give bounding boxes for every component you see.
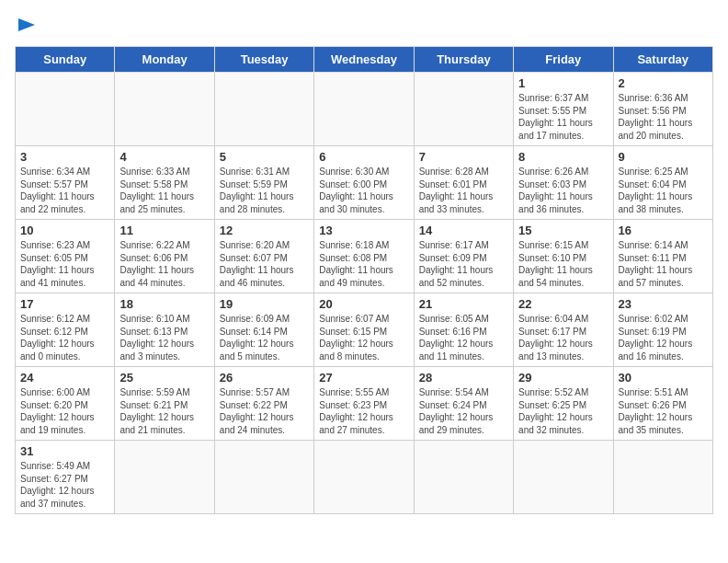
day-number: 7 [419,150,508,164]
calendar-cell: 25Sunrise: 5:59 AM Sunset: 6:21 PM Dayli… [115,367,214,441]
calendar-cell: 30Sunrise: 5:51 AM Sunset: 6:26 PM Dayli… [613,367,712,441]
svg-marker-0 [18,18,35,31]
calendar-table: SundayMondayTuesdayWednesdayThursdayFrid… [15,46,713,514]
day-number: 13 [319,224,408,237]
day-info: Sunrise: 6:02 AM Sunset: 6:19 PM Dayligh… [619,313,708,362]
day-info: Sunrise: 5:59 AM Sunset: 6:21 PM Dayligh… [119,386,209,436]
day-number: 3 [20,150,109,164]
calendar-cell: 16Sunrise: 6:14 AM Sunset: 6:11 PM Dayli… [613,220,712,293]
calendar-cell: 14Sunrise: 6:17 AM Sunset: 6:09 PM Dayli… [414,220,513,293]
calendar-week-2: 10Sunrise: 6:23 AM Sunset: 6:05 PM Dayli… [16,220,713,293]
day-info: Sunrise: 5:51 AM Sunset: 6:26 PM Dayligh… [619,386,708,436]
day-info: Sunrise: 6:37 AM Sunset: 5:55 PM Dayligh… [518,92,608,142]
day-info: Sunrise: 6:09 AM Sunset: 6:14 PM Dayligh… [220,313,309,362]
day-info: Sunrise: 5:49 AM Sunset: 6:27 PM Dayligh… [20,460,109,510]
calendar-cell [314,73,414,146]
day-info: Sunrise: 5:57 AM Sunset: 6:22 PM Dayligh… [220,386,309,436]
calendar-cell: 27Sunrise: 5:55 AM Sunset: 6:23 PM Dayli… [314,367,414,441]
calendar-cell: 18Sunrise: 6:10 AM Sunset: 6:13 PM Dayli… [115,293,214,367]
day-info: Sunrise: 6:18 AM Sunset: 6:08 PM Dayligh… [319,239,408,289]
calendar-cell: 5Sunrise: 6:31 AM Sunset: 5:59 PM Daylig… [214,146,313,220]
weekday-header-monday: Monday [115,47,214,73]
calendar-cell [414,441,513,514]
day-number: 2 [619,76,708,90]
logo-icon [17,15,37,35]
calendar-cell [214,441,313,514]
calendar-cell: 4Sunrise: 6:33 AM Sunset: 5:58 PM Daylig… [115,146,214,220]
calendar-week-1: 3Sunrise: 6:34 AM Sunset: 5:57 PM Daylig… [16,146,713,220]
calendar-cell: 8Sunrise: 6:26 AM Sunset: 6:03 PM Daylig… [514,146,613,220]
day-info: Sunrise: 6:14 AM Sunset: 6:11 PM Dayligh… [619,239,708,289]
calendar-cell: 21Sunrise: 6:05 AM Sunset: 6:16 PM Dayli… [414,293,513,367]
day-number: 20 [319,297,408,311]
day-info: Sunrise: 6:22 AM Sunset: 6:06 PM Dayligh… [119,239,209,289]
calendar-cell: 28Sunrise: 5:54 AM Sunset: 6:24 PM Dayli… [414,367,513,441]
weekday-header-friday: Friday [514,47,613,73]
calendar-cell: 6Sunrise: 6:30 AM Sunset: 6:00 PM Daylig… [314,146,414,220]
calendar-cell: 3Sunrise: 6:34 AM Sunset: 5:57 PM Daylig… [16,146,115,220]
calendar-cell [514,441,613,514]
day-info: Sunrise: 6:25 AM Sunset: 6:04 PM Dayligh… [619,166,708,215]
day-info: Sunrise: 6:36 AM Sunset: 5:56 PM Dayligh… [619,92,708,142]
calendar-cell: 23Sunrise: 6:02 AM Sunset: 6:19 PM Dayli… [613,293,712,367]
day-number: 14 [419,224,508,237]
day-number: 30 [619,371,708,385]
calendar-cell: 2Sunrise: 6:36 AM Sunset: 5:56 PM Daylig… [613,73,712,146]
calendar-cell: 11Sunrise: 6:22 AM Sunset: 6:06 PM Dayli… [115,220,214,293]
day-number: 11 [119,224,209,237]
day-number: 21 [419,297,508,311]
day-number: 24 [20,371,109,385]
day-number: 25 [119,371,209,385]
day-info: Sunrise: 6:12 AM Sunset: 6:12 PM Dayligh… [20,313,109,362]
day-number: 16 [619,224,708,237]
calendar-cell: 29Sunrise: 5:52 AM Sunset: 6:25 PM Dayli… [514,367,613,441]
calendar-week-0: 1Sunrise: 6:37 AM Sunset: 5:55 PM Daylig… [16,73,713,146]
day-info: Sunrise: 5:54 AM Sunset: 6:24 PM Dayligh… [419,386,508,436]
day-number: 12 [220,224,309,237]
calendar-cell [115,441,214,514]
day-number: 28 [419,371,508,385]
day-number: 27 [319,371,408,385]
calendar-cell: 19Sunrise: 6:09 AM Sunset: 6:14 PM Dayli… [214,293,313,367]
day-number: 6 [319,150,408,164]
day-number: 26 [220,371,309,385]
day-number: 5 [220,150,309,164]
day-number: 23 [619,297,708,311]
day-number: 9 [619,150,708,164]
day-number: 4 [119,150,209,164]
day-info: Sunrise: 6:10 AM Sunset: 6:13 PM Dayligh… [119,313,209,362]
day-info: Sunrise: 5:55 AM Sunset: 6:23 PM Dayligh… [319,386,408,436]
day-number: 18 [119,297,209,311]
day-number: 8 [518,150,608,164]
calendar-cell: 13Sunrise: 6:18 AM Sunset: 6:08 PM Dayli… [314,220,414,293]
calendar-cell: 31Sunrise: 5:49 AM Sunset: 6:27 PM Dayli… [16,441,115,514]
calendar-cell: 17Sunrise: 6:12 AM Sunset: 6:12 PM Dayli… [16,293,115,367]
day-info: Sunrise: 5:52 AM Sunset: 6:25 PM Dayligh… [518,386,608,436]
calendar-cell [314,441,414,514]
day-number: 10 [20,224,109,237]
calendar-cell: 24Sunrise: 6:00 AM Sunset: 6:20 PM Dayli… [16,367,115,441]
weekday-header-tuesday: Tuesday [214,47,313,73]
day-number: 19 [220,297,309,311]
calendar-cell: 26Sunrise: 5:57 AM Sunset: 6:22 PM Dayli… [214,367,313,441]
day-info: Sunrise: 6:34 AM Sunset: 5:57 PM Dayligh… [20,166,109,215]
calendar-cell: 12Sunrise: 6:20 AM Sunset: 6:07 PM Dayli… [214,220,313,293]
calendar-cell [414,73,513,146]
day-info: Sunrise: 6:23 AM Sunset: 6:05 PM Dayligh… [20,239,109,289]
calendar-cell: 10Sunrise: 6:23 AM Sunset: 6:05 PM Dayli… [16,220,115,293]
day-info: Sunrise: 6:33 AM Sunset: 5:58 PM Dayligh… [119,166,209,215]
calendar-cell: 9Sunrise: 6:25 AM Sunset: 6:04 PM Daylig… [613,146,712,220]
day-number: 1 [518,76,608,90]
day-number: 17 [20,297,109,311]
day-number: 15 [518,224,608,237]
day-info: Sunrise: 6:07 AM Sunset: 6:15 PM Dayligh… [319,313,408,362]
calendar-cell [115,73,214,146]
day-info: Sunrise: 6:00 AM Sunset: 6:20 PM Dayligh… [20,386,109,436]
calendar-cell: 15Sunrise: 6:15 AM Sunset: 6:10 PM Dayli… [514,220,613,293]
page-header [15,15,713,35]
calendar-cell [214,73,313,146]
day-info: Sunrise: 6:15 AM Sunset: 6:10 PM Dayligh… [518,239,608,289]
calendar-cell [16,73,115,146]
weekday-header-thursday: Thursday [414,47,513,73]
day-number: 31 [20,444,109,458]
